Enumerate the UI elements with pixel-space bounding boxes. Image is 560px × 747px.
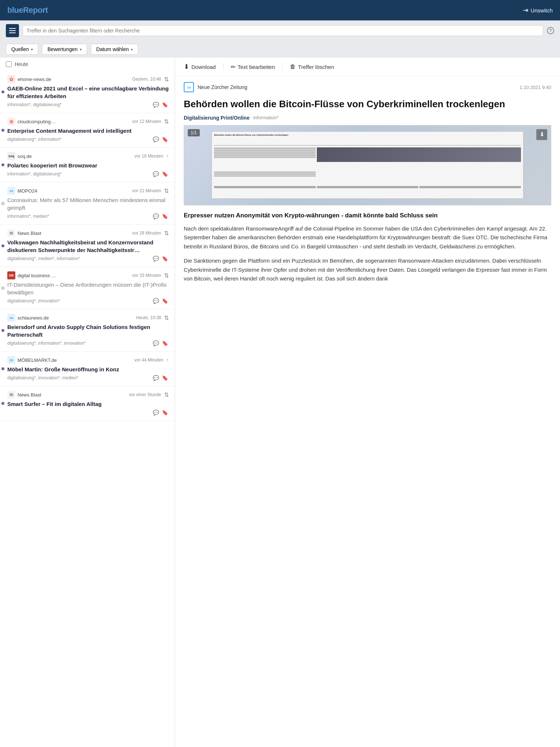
source-name: MOPO24 [18,188,37,194]
news-tags: information*, digitalisierung* [7,102,62,107]
filter-datum-label: Datum wählen [96,46,129,52]
source-icon: ▭ [7,314,15,322]
sort-icon[interactable]: ⇅ [164,314,169,321]
unswitch-button[interactable]: ⇥ Unswitch [523,6,553,14]
sort-icon[interactable]: ⇅ [164,230,169,237]
download-button[interactable]: ⬇ Download [184,63,216,71]
sort-icon[interactable]: ⇅ [164,391,169,398]
source-name: News Blast [18,392,41,398]
news-actions: 💬 🔖 [152,297,169,305]
source-icon: soq [7,152,15,160]
bookmark-icon[interactable]: 🔖 [161,170,169,178]
toolbar-separator [282,63,283,70]
edit-text-button[interactable]: ✏ Text bearbeiten [231,63,275,70]
news-meta: ≋ News Blast vor einer Stunde ⇅ [7,391,169,399]
help-icon[interactable]: ? [547,27,554,34]
news-source: ≋ News Blast [7,391,41,399]
bookmark-icon[interactable]: 🔖 [161,374,169,382]
news-title: GAEB-Online 2021 und Excel – eine unschl… [7,85,169,100]
comment-icon[interactable]: 💬 [152,136,160,143]
news-actions: 💬 🔖 [152,374,169,382]
sort-icon[interactable]: ⇅ [164,187,169,194]
source-name: News Blast [18,231,41,236]
sort-icon[interactable]: ⇅ [164,272,169,279]
np-image [317,147,521,162]
search-input-wrap [23,25,543,36]
section-today-label: Heute [15,61,28,67]
news-source: ≋ News Blast [7,229,41,237]
bookmark-icon[interactable]: 🔖 [161,340,169,347]
news-meta: ▭ MÖBELMARKT.de vor 44 Minuten ↑ [7,356,169,364]
search-input[interactable] [27,28,539,34]
sort-icon[interactable]: ⇅ [164,118,169,125]
bookmark-icon[interactable]: 🔖 [161,255,169,262]
comment-icon[interactable]: 💬 [152,340,160,347]
news-tags: digitalisierung*, innovation*, medien* [7,375,78,380]
comment-icon[interactable]: 💬 [152,213,160,220]
news-tags: information*, medien* [7,214,49,219]
bookmark-icon[interactable]: 🔖 [161,409,169,416]
comment-icon[interactable]: 💬 [152,409,160,416]
news-title: Möbel Martin: Große Neueröffnung in Konz [7,365,169,373]
list-item[interactable]: ≋ News Blast vor einer Stunde ⇅ Smart Su… [0,386,175,421]
app-logo: blueReport [7,5,48,15]
list-item[interactable]: DB digital business … vor 33 Minuten ⇅ I… [0,267,175,309]
article-paragraph-2: Die Sanktionen gegen die Plattform sind … [184,256,551,283]
news-time: vor 44 Minuten [135,357,163,363]
delete-button[interactable]: 🗑 Treffer löschen [290,63,334,70]
news-actions: 💬 🔖 [152,136,169,143]
news-title: Enterprise Content Management wird intel… [7,127,169,135]
source-icon: ◎ [7,117,15,125]
news-tags: digitalisierung*, innovation* [7,298,60,303]
news-source: ▭ schlaunews.de [7,314,49,322]
news-actions: 💬 🔖 [152,170,169,178]
list-item[interactable]: soq soq.de vor 18 Minuten ↑ Polartec koo… [0,148,175,182]
filter-quellen[interactable]: Quellen ▾ [6,44,38,55]
bookmark-icon[interactable]: 🔖 [161,101,169,108]
download-label: Download [191,64,216,70]
list-item[interactable]: ▭ schlaunews.de Heute, 10:38 ⇅ Beiersdor… [0,309,175,352]
bookmark-icon[interactable]: 🔖 [161,136,169,143]
news-source: ⏻ ehome-news.de [7,75,51,83]
main-layout: Heute ⏻ ehome-news.de Gestern, 10:48 ⇅ G… [0,58,560,747]
logo-rest: Report [23,5,48,15]
filter-row: Quellen ▾ Bewertungen ▾ Datum wählen ▾ [0,41,560,58]
trending-up-icon: ↑ [166,153,169,159]
list-item[interactable]: ▭ MOPO24 vor 21 Minuten ⇅ Coronavirus: M… [0,182,175,225]
status-dot [1,287,4,290]
list-item[interactable]: ⏻ ehome-news.de Gestern, 10:48 ⇅ GAEB-On… [0,71,175,113]
news-tags: digitalisierung*, information*, innovati… [7,341,86,346]
article-image-inner: Behörden wollen die Bitcoin-Flüsse von C… [184,125,551,205]
today-checkbox[interactable] [6,61,12,67]
image-download-button[interactable]: ⬇ [536,129,547,140]
news-title: Smart Surfer – Fit im digitalen Alltag [7,400,169,408]
filter-bewertungen-label: Bewertungen [47,46,78,52]
news-meta: ≋ News Blast vor 28 Minuten ⇅ [7,229,169,237]
source-icon: ≋ [7,391,15,399]
news-source: ▭ MÖBELMARKT.de [7,356,57,364]
article-tags: Digitalisierung Print/Online information… [175,115,560,125]
source-icon: DB [7,271,15,279]
list-item[interactable]: ◎ cloudcomputing… vor 12 Minuten ⇅ Enter… [0,113,175,148]
comment-icon[interactable]: 💬 [152,297,160,305]
article-paragraph-1: Nach dem spektakulären RansomwareAngriff… [184,224,551,251]
section-today: Heute [0,58,175,71]
news-time: Heute, 10:38 [136,315,161,320]
bookmark-icon[interactable]: 🔖 [161,213,169,220]
list-item[interactable]: ≋ News Blast vor 28 Minuten ⇅ Volkswagen… [0,225,175,267]
comment-icon[interactable]: 💬 [152,170,160,178]
comment-icon[interactable]: 💬 [152,101,160,108]
comment-icon[interactable]: 💬 [152,374,160,382]
filter-datum[interactable]: Datum wählen ▾ [91,44,139,55]
news-tags: information*, digitalisierung* [7,171,62,177]
news-actions: 💬 🔖 [152,340,169,347]
filter-bewertungen[interactable]: Bewertungen ▾ [42,44,87,55]
bookmark-icon[interactable]: 🔖 [161,297,169,305]
list-item[interactable]: ▭ MÖBELMARKT.de vor 44 Minuten ↑ Möbel M… [0,352,175,386]
sort-icon[interactable]: ⇅ [164,76,169,83]
hamburger-menu-button[interactable] [6,24,19,37]
news-actions: 💬 🔖 [152,213,169,220]
article-date: 1.10.2021 9:40 [520,85,551,90]
comment-icon[interactable]: 💬 [152,255,160,262]
source-name: schlaunews.de [18,315,49,321]
